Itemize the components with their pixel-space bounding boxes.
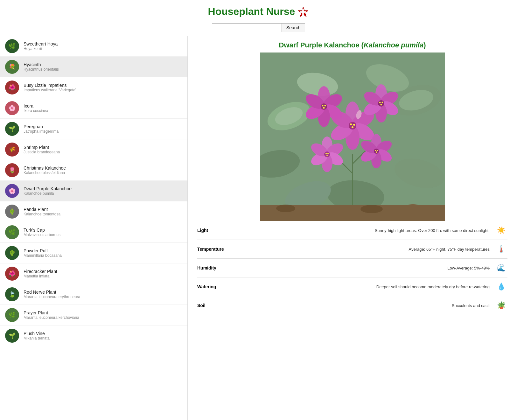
plant-avatar: 🌺	[5, 267, 19, 281]
plant-avatar: 🌸	[5, 184, 19, 198]
care-value: Sunny-high light areas: Over 200 ft-c wi…	[235, 228, 495, 233]
plant-list-item[interactable]: 💐 Hyacinth Hyacinthus orientalis	[0, 57, 187, 77]
svg-point-64	[375, 150, 376, 151]
svg-point-70	[316, 207, 332, 213]
plant-list-item[interactable]: 🍃 Red Nerve Plant Maranta leuconeura ery…	[0, 284, 187, 305]
svg-point-44	[379, 102, 381, 103]
plant-avatar: 🌿	[5, 39, 19, 53]
care-label: Light	[197, 228, 235, 233]
plant-list-item[interactable]: 🌿 Prayer Plant Maranta leuconeura kercho…	[0, 305, 187, 326]
avatar-emoji: 🌺	[9, 270, 16, 277]
svg-point-46	[380, 104, 382, 106]
svg-point-26	[352, 126, 353, 128]
avatar-emoji: 🌾	[9, 146, 16, 153]
main-content: 🌿 Sweetheart Hoya Hoya kerrii 💐 Hyacinth…	[0, 36, 517, 420]
care-icon: 🌡️	[495, 245, 507, 253]
detail-title: Dwarf Purple Kalanchoe (Kalanchoe pumila…	[188, 36, 517, 52]
plant-list-item[interactable]: 🌸 Dwarf Purple Kalanchoe Kalanchoe pumil…	[0, 181, 187, 201]
plant-info: Panda Plant Kalanchoe tomentosa	[24, 207, 60, 216]
plant-avatar: 🌵	[5, 205, 19, 219]
care-value: Succulents and cacti	[235, 303, 495, 308]
plant-list-item[interactable]: 🌱 Peregrian Jatropha integerrima	[0, 119, 187, 139]
svg-point-56	[326, 155, 328, 156]
plant-common-name: Shrimp Plant	[24, 145, 60, 150]
avatar-emoji: 🌿	[9, 229, 16, 236]
care-icon: ☀️	[495, 226, 507, 234]
plant-info: Sweetheart Hoya Hoya kerrii	[24, 41, 58, 51]
plant-scientific-name: Maranta leuconeura erythroneura	[24, 295, 80, 299]
svg-point-55	[327, 153, 329, 154]
plant-list-item[interactable]: 🌱 Plush Vine Mikania ternata	[0, 326, 187, 346]
svg-point-45	[381, 102, 383, 103]
app-title: Houseplant Nurse	[208, 6, 309, 18]
plant-common-name: Panda Plant	[24, 207, 60, 212]
search-button[interactable]: Search	[282, 23, 305, 32]
plant-list-item[interactable]: 🌵 Panda Plant Kalanchoe tomentosa	[0, 201, 187, 222]
svg-rect-2	[300, 11, 306, 13]
plant-illustration	[260, 52, 445, 221]
care-value: Average: 65°F night, 75°F day temperatur…	[235, 247, 495, 252]
app-title-text: Houseplant Nurse	[208, 6, 295, 18]
avatar-emoji: 🌷	[9, 167, 16, 174]
detail-title-italic: Kalanchoe pumila	[364, 41, 423, 49]
svg-point-63	[374, 149, 379, 154]
plant-scientific-name: Mikania ternata	[24, 336, 50, 340]
plant-info: Prayer Plant Maranta leuconeura kerchovi…	[24, 310, 79, 320]
plant-list-item[interactable]: 🌷 Christmas Kalanchoe Kalanchoe blossfel…	[0, 160, 187, 181]
plant-common-name: Prayer Plant	[24, 310, 79, 315]
svg-point-43	[378, 100, 384, 107]
avatar-emoji: 💐	[9, 63, 16, 70]
svg-point-53	[324, 151, 330, 157]
plant-list-item[interactable]: 🌿 Turk's Cap Malvaviscus arboreus	[0, 222, 187, 243]
plant-list-item[interactable]: 🌸 Ixora Ixora coccinea	[0, 98, 187, 119]
care-value: Low-Average: 5%-49%	[235, 266, 495, 270]
care-row: Light Sunny-high light areas: Over 200 f…	[197, 221, 507, 240]
plant-info: Shrimp Plant Justicia brandegeana	[24, 145, 60, 154]
care-row: Temperature Average: 65°F night, 75°F da…	[197, 240, 507, 259]
app-header: Houseplant Nurse	[0, 0, 517, 21]
plant-avatar: 💐	[5, 60, 19, 74]
search-input[interactable]	[212, 23, 282, 32]
plant-detail-panel: Dwarf Purple Kalanchoe (Kalanchoe pumila…	[188, 36, 517, 420]
avatar-emoji: 🌿	[9, 43, 16, 50]
plant-scientific-name: Mammillaria bocasana	[24, 253, 62, 258]
svg-point-34	[322, 105, 323, 107]
plant-common-name: Christmas Kalanchoe	[24, 165, 66, 171]
avatar-emoji: 🌵	[9, 249, 16, 256]
svg-point-71	[360, 205, 383, 213]
plant-common-name: Sweetheart Hoya	[24, 41, 58, 46]
search-bar: Search	[0, 21, 517, 36]
care-row: Soil Succulents and cacti 🪴	[197, 296, 507, 315]
plant-avatar: 🌺	[5, 80, 19, 94]
plant-info: Red Nerve Plant Maranta leuconeura eryth…	[24, 290, 80, 299]
care-info-section: Light Sunny-high light areas: Over 200 f…	[188, 221, 517, 315]
plant-list-item[interactable]: 🌾 Shrimp Plant Justicia brandegeana	[0, 139, 187, 160]
plant-avatar: 🌵	[5, 246, 19, 260]
plant-common-name: Turk's Cap	[24, 228, 60, 233]
care-icon: 🪴	[495, 301, 507, 310]
svg-point-72	[404, 204, 422, 211]
care-row: Watering Deeper soil should become moder…	[197, 277, 507, 296]
svg-point-65	[377, 150, 378, 151]
plant-scientific-name: Kalanchoe blossfeldiana	[24, 171, 66, 175]
svg-point-35	[324, 105, 326, 107]
svg-point-54	[325, 153, 327, 154]
plant-list-item[interactable]: 🌿 Sweetheart Hoya Hoya kerrii	[0, 36, 187, 57]
care-label: Soil	[197, 303, 235, 308]
detail-title-end: )	[423, 41, 426, 49]
plant-list-item[interactable]: 🌺 Busy Lizzie Impatiens Impatiens waller…	[0, 77, 187, 98]
plant-info: Busy Lizzie Impatiens Impatiens walleran…	[24, 83, 76, 92]
plant-list-item[interactable]: 🌵 Powder Puff Mammillaria bocasana	[0, 243, 187, 263]
plant-scientific-name: Malvaviscus arboreus	[24, 233, 60, 237]
plant-common-name: Hyacinth	[24, 62, 59, 67]
avatar-emoji: 🌸	[9, 105, 16, 112]
detail-title-main: Dwarf Purple Kalanchoe (	[279, 41, 364, 49]
plant-info: Plush Vine Mikania ternata	[24, 331, 50, 340]
avatar-emoji: 🌵	[9, 208, 16, 215]
plant-avatar: 🍃	[5, 287, 19, 301]
plant-info: Powder Puff Mammillaria bocasana	[24, 248, 62, 258]
plant-list-item[interactable]: 🌺 Firecracker Plant Manettia inflata	[0, 263, 187, 284]
avatar-emoji: 🌱	[9, 332, 16, 339]
plant-info: Christmas Kalanchoe Kalanchoe blossfeldi…	[24, 165, 66, 175]
plant-avatar: 🌿	[5, 225, 19, 239]
